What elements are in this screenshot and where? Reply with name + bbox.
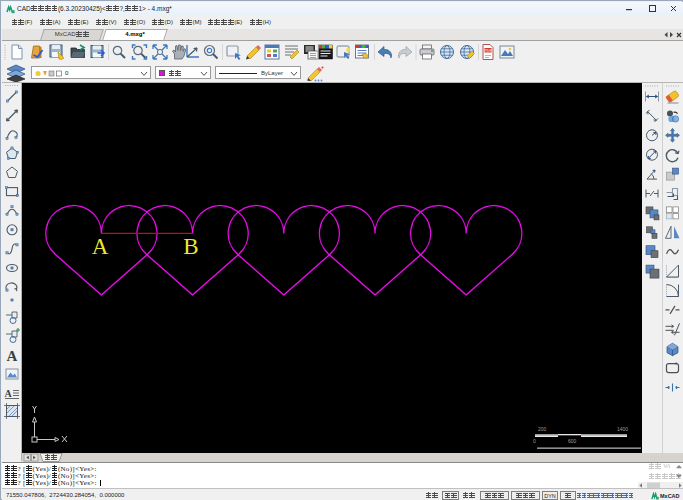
svg-text:600: 600	[568, 438, 577, 444]
svg-text:200: 200	[538, 426, 547, 432]
svg-text:0: 0	[533, 438, 536, 444]
svg-text:A: A	[5, 388, 13, 399]
svg-text:1400: 1400	[617, 426, 628, 432]
svg-text:A: A	[7, 348, 18, 364]
svg-text:A: A	[92, 234, 109, 259]
svg-text:PDF: PDF	[484, 49, 492, 53]
svg-text:B: B	[183, 234, 198, 259]
